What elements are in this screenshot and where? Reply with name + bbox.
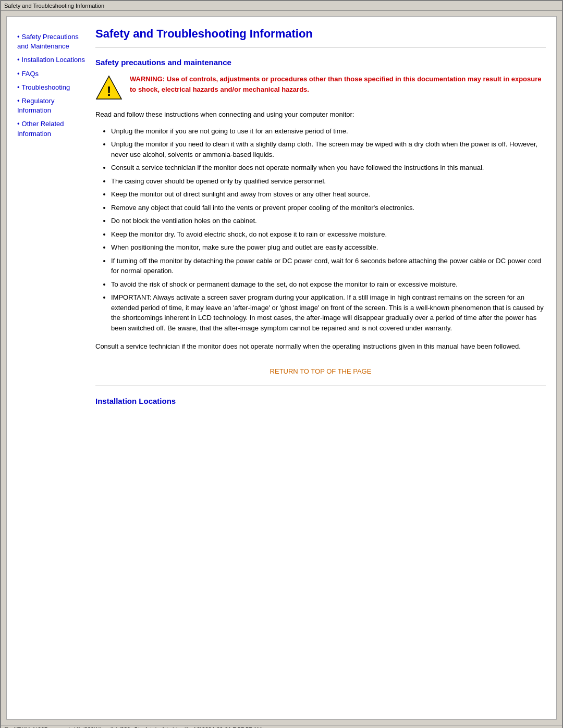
list-item: If turning off the monitor by detaching … [111, 256, 546, 276]
intro-text: Read and follow these instructions when … [95, 109, 546, 120]
warning-box: ! WARNING: Use of controls, adjustments … [95, 74, 546, 101]
sidebar-item-troubleshooting[interactable]: •Troubleshooting [17, 83, 85, 92]
sidebar-link-other[interactable]: •Other Related Information [17, 119, 85, 138]
status-bar: file:///D|/My%20Documents/dfu/230W/engli… [1, 725, 562, 728]
warning-icon: ! [95, 74, 123, 101]
section-safety-title: Safety precautions and maintenance [95, 58, 546, 67]
list-item: Do not block the ventilation holes on th… [111, 216, 546, 226]
list-item: To avoid the risk of shock or permanent … [111, 279, 546, 290]
list-item: IMPORTANT: Always activate a screen save… [111, 292, 546, 333]
list-item: When positioning the monitor, make sure … [111, 242, 546, 253]
section-safety: Safety precautions and maintenance ! WAR… [95, 58, 546, 386]
list-item: Keep the monitor out of direct sunlight … [111, 189, 546, 200]
sidebar-item-regulatory[interactable]: •Regulatory Information [17, 96, 85, 115]
return-link[interactable]: RETURN TO TOP OF THE PAGE [270, 367, 372, 375]
sidebar: •Safety Precautions and Maintenance •Ins… [17, 27, 85, 413]
sidebar-link-safety[interactable]: •Safety Precautions and Maintenance [17, 32, 85, 51]
return-to-top[interactable]: RETURN TO TOP OF THE PAGE [95, 367, 546, 375]
list-item: Unplug the monitor if you need to clean … [111, 139, 546, 159]
page-layout: •Safety Precautions and Maintenance •Ins… [17, 27, 546, 413]
sidebar-link-faqs[interactable]: •FAQs [17, 69, 85, 79]
sidebar-link-regulatory[interactable]: •Regulatory Information [17, 96, 85, 115]
main-content: Safety and Troubleshooting Information S… [95, 27, 546, 413]
section-locations-title: Installation Locations [95, 397, 546, 405]
sidebar-item-safety[interactable]: •Safety Precautions and Maintenance [17, 32, 85, 51]
top-divider [95, 47, 546, 47]
list-item: Unplug the monitor if you are not going … [111, 126, 546, 137]
warning-text: WARNING: Use of controls, adjustments or… [130, 74, 546, 94]
section-divider [95, 386, 546, 386]
list-item: The casing cover should be opened only b… [111, 176, 546, 187]
page-content: •Safety Precautions and Maintenance •Ins… [6, 16, 557, 720]
sidebar-link-locations[interactable]: •Installation Locations [17, 55, 85, 65]
consult-text: Consult a service technician if the moni… [95, 341, 546, 352]
list-item: Consult a service technician if the moni… [111, 163, 546, 173]
page-title: Safety and Troubleshooting Information [95, 27, 546, 41]
browser-window: Safety and Troubleshooting Information •… [0, 0, 563, 728]
svg-text:!: ! [107, 83, 112, 99]
list-item: Keep the monitor dry. To avoid electric … [111, 229, 546, 240]
sidebar-item-faqs[interactable]: •FAQs [17, 69, 85, 79]
title-bar: Safety and Troubleshooting Information [1, 1, 562, 11]
section-locations: Installation Locations [95, 397, 546, 405]
sidebar-item-locations[interactable]: •Installation Locations [17, 55, 85, 65]
safety-bullets: Unplug the monitor if you are not going … [111, 126, 546, 334]
sidebar-item-other[interactable]: •Other Related Information [17, 119, 85, 138]
list-item: Remove any object that could fall into t… [111, 203, 546, 213]
title-bar-text: Safety and Troubleshooting Information [4, 3, 104, 9]
sidebar-link-troubleshooting[interactable]: •Troubleshooting [17, 83, 85, 92]
